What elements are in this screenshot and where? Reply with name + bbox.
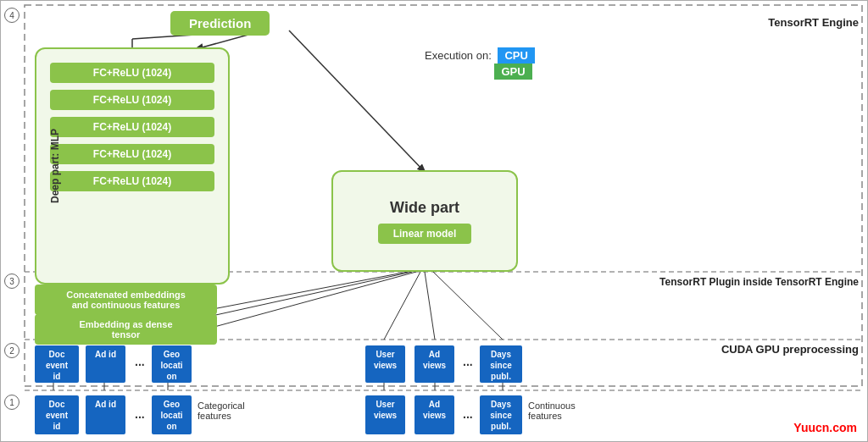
svg-line-14 (425, 272, 435, 340)
z1-dots-2: ... (463, 407, 473, 421)
z2-ad-views: Adviews (415, 345, 454, 383)
tensorrt-engine-label: TensorRT Engine (768, 16, 859, 29)
tensorrt-plugin-label: TensorRT Plugin inside TensorRT Engine (659, 276, 859, 288)
deep-part-mlp-box: Deep part: MLP FC+ReLU (1024) FC+ReLU (1… (35, 47, 230, 285)
linear-model-box: Linear model (378, 224, 472, 244)
z2-dots-1: ... (135, 355, 145, 368)
fc-relu-5: FC+ReLU (1024) (50, 171, 214, 191)
watermark: Yuucn.com (793, 421, 857, 434)
svg-line-15 (433, 272, 503, 340)
zone-num-3: 3 (4, 273, 19, 289)
deep-part-label: Deep part: MLP (49, 129, 61, 203)
z2-doc-event-id: Doceventid (35, 345, 79, 383)
wide-part-box: Wide part Linear model (331, 170, 518, 272)
main-container: 1 2 3 4 TensorRT Engine TensorRT Plugin … (0, 0, 868, 442)
zone-num-2: 2 (4, 343, 19, 358)
z2-user-views: Userviews (365, 345, 405, 383)
fc-relu-4: FC+ReLU (1024) (50, 144, 214, 164)
z1-geo-location: Geolocation (152, 395, 192, 434)
execution-text: Execution on: (425, 49, 492, 62)
concat-box: Concatenated embeddingsand continuous fe… (35, 285, 217, 315)
zone-num-1: 1 (4, 395, 19, 410)
continuous-label: Continuousfeatures (528, 401, 576, 421)
z2-geo-location: Geolocation (152, 345, 192, 383)
wide-part-title: Wide part (390, 199, 459, 217)
z1-user-views: Userviews (365, 395, 405, 434)
prediction-label: Prediction (189, 16, 251, 30)
svg-line-5 (289, 30, 425, 172)
z2-dots-2: ... (463, 355, 473, 368)
gpu-badge: GPU (494, 64, 531, 80)
cpu-badge: CPU (498, 47, 534, 64)
fc-relu-3: FC+ReLU (1024) (50, 117, 214, 137)
execution-section: Execution on: CPU Execution on: GPU (425, 47, 535, 80)
fc-relu-2: FC+ReLU (1024) (50, 90, 214, 110)
fc-relu-1: FC+ReLU (1024) (50, 63, 214, 83)
z2-days-since: Dayssincepubl. (480, 345, 522, 383)
z1-dots-1: ... (135, 407, 145, 421)
z1-ad-id: Ad id (86, 395, 125, 434)
prediction-box: Prediction (170, 11, 270, 36)
z1-ad-views: Adviews (415, 395, 454, 434)
embed-box: Embedding as densetensor (35, 314, 217, 345)
z1-days-since: Dayssincepubl. (480, 395, 522, 434)
categorical-label: Categoricalfeatures (198, 401, 245, 421)
z2-ad-id: Ad id (86, 345, 125, 383)
svg-line-13 (384, 272, 420, 340)
cuda-gpu-label: CUDA GPU preprocessing (721, 343, 859, 356)
zone-num-4: 4 (4, 8, 19, 23)
z1-doc-event-id: Doceventid (35, 395, 79, 434)
